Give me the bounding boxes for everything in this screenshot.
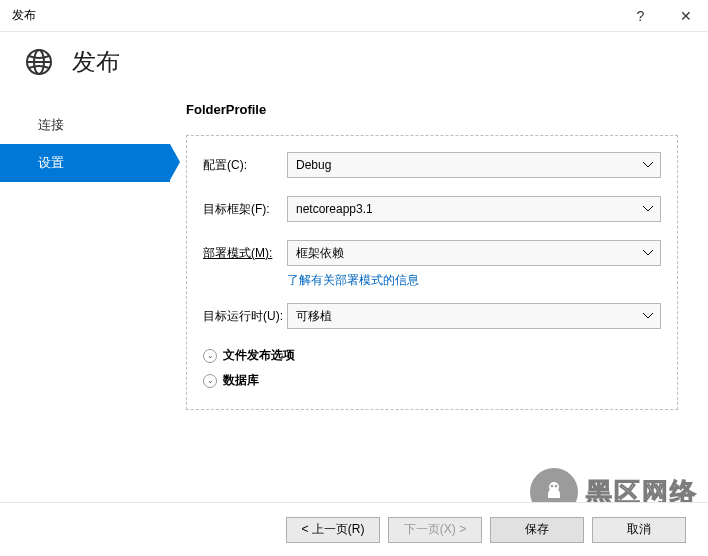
titlebar-controls: ? ✕ <box>618 0 708 32</box>
settings-form: 配置(C): Debug 目标框架(F): netcoreapp3.1 部署模式… <box>186 135 678 410</box>
page-title: 发布 <box>72 46 120 78</box>
label-framework: 目标框架(F): <box>203 201 287 218</box>
window-title: 发布 <box>12 7 36 24</box>
cancel-button[interactable]: 取消 <box>592 517 686 543</box>
sidebar-item-settings[interactable]: 设置 <box>0 144 170 182</box>
row-framework: 目标框架(F): netcoreapp3.1 <box>203 196 661 222</box>
label-configuration: 配置(C): <box>203 157 287 174</box>
row-runtime: 目标运行时(U): 可移植 <box>203 303 661 329</box>
select-framework[interactable]: netcoreapp3.1 <box>287 196 661 222</box>
save-button[interactable]: 保存 <box>490 517 584 543</box>
select-runtime[interactable]: 可移植 <box>287 303 661 329</box>
next-button: 下一页(X) > <box>388 517 482 543</box>
label-deploy-mode: 部署模式(M): <box>203 245 287 262</box>
row-deploy-mode: 部署模式(M): 框架依赖 <box>203 240 661 266</box>
prev-button[interactable]: < 上一页(R) <box>286 517 380 543</box>
chevron-down-icon: ⌄ <box>203 349 217 363</box>
sidebar: 连接 设置 <box>0 98 170 498</box>
deploy-mode-link-row: 了解有关部署模式的信息 <box>287 272 661 289</box>
main-panel: FolderProfile 配置(C): Debug 目标框架(F): netc… <box>170 98 708 498</box>
learn-deploy-mode-link[interactable]: 了解有关部署模式的信息 <box>287 273 419 287</box>
titlebar: 发布 ? ✕ <box>0 0 708 32</box>
expander-database[interactable]: ⌄ 数据库 <box>203 372 661 389</box>
help-button[interactable]: ? <box>618 0 663 32</box>
profile-title: FolderProfile <box>186 102 678 117</box>
select-deploy-mode[interactable]: 框架依赖 <box>287 240 661 266</box>
label-runtime: 目标运行时(U): <box>203 308 287 325</box>
globe-icon <box>24 47 54 77</box>
close-button[interactable]: ✕ <box>663 0 708 32</box>
expander-database-label: 数据库 <box>223 372 259 389</box>
expander-file-publish[interactable]: ⌄ 文件发布选项 <box>203 347 661 364</box>
chevron-down-icon: ⌄ <box>203 374 217 388</box>
sidebar-item-connection[interactable]: 连接 <box>0 106 170 144</box>
header: 发布 <box>0 32 708 98</box>
row-configuration: 配置(C): Debug <box>203 152 661 178</box>
footer: < 上一页(R) 下一页(X) > 保存 取消 <box>0 502 708 556</box>
select-configuration[interactable]: Debug <box>287 152 661 178</box>
expander-file-publish-label: 文件发布选项 <box>223 347 295 364</box>
